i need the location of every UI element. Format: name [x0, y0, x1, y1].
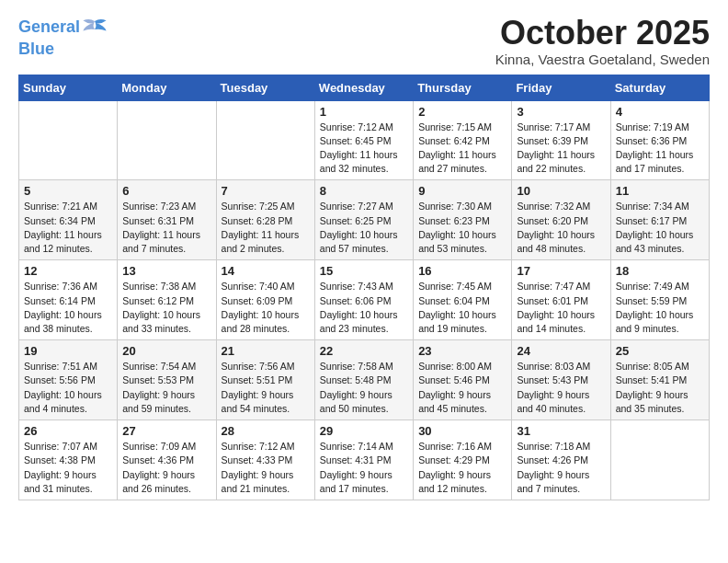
day-number: 26 [24, 424, 112, 438]
day-number: 15 [320, 264, 408, 278]
day-number: 13 [122, 264, 210, 278]
weekday-header-thursday: Thursday [414, 75, 512, 100]
calendar-cell: 7Sunrise: 7:25 AM Sunset: 6:28 PM Daylig… [216, 180, 314, 260]
calendar-cell: 31Sunrise: 7:18 AM Sunset: 4:26 PM Dayli… [512, 420, 610, 500]
day-detail: Sunrise: 7:32 AM Sunset: 6:20 PM Dayligh… [517, 200, 605, 256]
day-detail: Sunrise: 7:56 AM Sunset: 5:51 PM Dayligh… [222, 360, 310, 416]
day-number: 20 [122, 344, 210, 358]
day-number: 11 [616, 184, 704, 198]
calendar-table: SundayMondayTuesdayWednesdayThursdayFrid… [18, 75, 710, 500]
header: General Blue October 2025 Kinna, Vaestra… [18, 15, 710, 67]
day-number: 16 [418, 264, 506, 278]
calendar-cell: 9Sunrise: 7:30 AM Sunset: 6:23 PM Daylig… [414, 180, 512, 260]
calendar-cell: 25Sunrise: 8:05 AM Sunset: 5:41 PM Dayli… [610, 340, 709, 420]
day-number: 2 [418, 105, 506, 119]
day-number: 10 [517, 184, 605, 198]
calendar-header-row: SundayMondayTuesdayWednesdayThursdayFrid… [19, 75, 710, 100]
day-detail: Sunrise: 7:34 AM Sunset: 6:17 PM Dayligh… [616, 200, 704, 256]
day-detail: Sunrise: 7:47 AM Sunset: 6:01 PM Dayligh… [517, 280, 605, 336]
calendar-cell: 6Sunrise: 7:23 AM Sunset: 6:31 PM Daylig… [118, 180, 216, 260]
day-detail: Sunrise: 7:40 AM Sunset: 6:09 PM Dayligh… [222, 280, 310, 336]
day-number: 14 [222, 264, 310, 278]
day-detail: Sunrise: 7:49 AM Sunset: 5:59 PM Dayligh… [616, 280, 704, 336]
calendar-cell: 28Sunrise: 7:12 AM Sunset: 4:33 PM Dayli… [216, 420, 314, 500]
calendar-cell: 12Sunrise: 7:36 AM Sunset: 6:14 PM Dayli… [19, 260, 118, 340]
day-number: 3 [517, 105, 605, 119]
day-detail: Sunrise: 7:21 AM Sunset: 6:34 PM Dayligh… [24, 200, 112, 256]
calendar-week-row: 26Sunrise: 7:07 AM Sunset: 4:38 PM Dayli… [19, 420, 710, 500]
day-number: 7 [222, 184, 310, 198]
day-detail: Sunrise: 7:58 AM Sunset: 5:48 PM Dayligh… [320, 360, 408, 416]
calendar-cell: 11Sunrise: 7:34 AM Sunset: 6:17 PM Dayli… [610, 180, 709, 260]
day-number: 6 [122, 184, 210, 198]
weekday-header-wednesday: Wednesday [314, 75, 413, 100]
calendar-cell: 18Sunrise: 7:49 AM Sunset: 5:59 PM Dayli… [610, 260, 709, 340]
day-detail: Sunrise: 7:38 AM Sunset: 6:12 PM Dayligh… [122, 280, 210, 336]
day-detail: Sunrise: 7:07 AM Sunset: 4:38 PM Dayligh… [24, 440, 112, 496]
calendar-cell: 10Sunrise: 7:32 AM Sunset: 6:20 PM Dayli… [512, 180, 610, 260]
day-detail: Sunrise: 7:18 AM Sunset: 4:26 PM Dayligh… [517, 440, 605, 496]
day-number: 28 [222, 424, 310, 438]
day-detail: Sunrise: 7:17 AM Sunset: 6:39 PM Dayligh… [517, 121, 605, 177]
day-number: 29 [320, 424, 408, 438]
calendar-cell: 4Sunrise: 7:19 AM Sunset: 6:36 PM Daylig… [610, 100, 709, 180]
day-number: 22 [320, 344, 408, 358]
day-number: 4 [616, 105, 704, 119]
calendar-cell: 15Sunrise: 7:43 AM Sunset: 6:06 PM Dayli… [314, 260, 413, 340]
day-number: 19 [24, 344, 112, 358]
day-detail: Sunrise: 7:25 AM Sunset: 6:28 PM Dayligh… [222, 200, 310, 256]
calendar-cell: 1Sunrise: 7:12 AM Sunset: 6:45 PM Daylig… [314, 100, 413, 180]
day-number: 30 [418, 424, 506, 438]
day-detail: Sunrise: 7:14 AM Sunset: 4:31 PM Dayligh… [320, 440, 408, 496]
day-number: 31 [517, 424, 605, 438]
calendar-cell: 16Sunrise: 7:45 AM Sunset: 6:04 PM Dayli… [414, 260, 512, 340]
calendar-cell: 8Sunrise: 7:27 AM Sunset: 6:25 PM Daylig… [314, 180, 413, 260]
calendar-cell: 13Sunrise: 7:38 AM Sunset: 6:12 PM Dayli… [118, 260, 216, 340]
day-number: 18 [616, 264, 704, 278]
logo-blue-text: Blue [18, 40, 108, 59]
day-number: 9 [418, 184, 506, 198]
calendar-cell [610, 420, 709, 500]
calendar-week-row: 5Sunrise: 7:21 AM Sunset: 6:34 PM Daylig… [19, 180, 710, 260]
calendar-cell: 21Sunrise: 7:56 AM Sunset: 5:51 PM Dayli… [216, 340, 314, 420]
day-detail: Sunrise: 7:30 AM Sunset: 6:23 PM Dayligh… [418, 200, 506, 256]
calendar-week-row: 12Sunrise: 7:36 AM Sunset: 6:14 PM Dayli… [19, 260, 710, 340]
day-detail: Sunrise: 7:43 AM Sunset: 6:06 PM Dayligh… [320, 280, 408, 336]
calendar-week-row: 1Sunrise: 7:12 AM Sunset: 6:45 PM Daylig… [19, 100, 710, 180]
calendar-cell: 22Sunrise: 7:58 AM Sunset: 5:48 PM Dayli… [314, 340, 413, 420]
calendar-cell: 19Sunrise: 7:51 AM Sunset: 5:56 PM Dayli… [19, 340, 118, 420]
day-detail: Sunrise: 7:12 AM Sunset: 6:45 PM Dayligh… [320, 121, 408, 177]
logo: General Blue [18, 15, 108, 59]
calendar-cell: 30Sunrise: 7:16 AM Sunset: 4:29 PM Dayli… [414, 420, 512, 500]
calendar-cell [118, 100, 216, 180]
day-number: 23 [418, 344, 506, 358]
calendar-cell: 5Sunrise: 7:21 AM Sunset: 6:34 PM Daylig… [19, 180, 118, 260]
calendar-cell: 14Sunrise: 7:40 AM Sunset: 6:09 PM Dayli… [216, 260, 314, 340]
calendar-cell: 24Sunrise: 8:03 AM Sunset: 5:43 PM Dayli… [512, 340, 610, 420]
day-detail: Sunrise: 7:19 AM Sunset: 6:36 PM Dayligh… [616, 121, 704, 177]
day-detail: Sunrise: 7:09 AM Sunset: 4:36 PM Dayligh… [122, 440, 210, 496]
logo-bird-icon [82, 15, 108, 40]
day-number: 27 [122, 424, 210, 438]
title-area: October 2025 Kinna, Vaestra Goetaland, S… [495, 15, 710, 67]
day-detail: Sunrise: 7:12 AM Sunset: 4:33 PM Dayligh… [222, 440, 310, 496]
day-number: 17 [517, 264, 605, 278]
calendar-cell [19, 100, 118, 180]
day-number: 1 [320, 105, 408, 119]
weekday-header-friday: Friday [512, 75, 610, 100]
day-detail: Sunrise: 8:05 AM Sunset: 5:41 PM Dayligh… [616, 360, 704, 416]
day-detail: Sunrise: 7:36 AM Sunset: 6:14 PM Dayligh… [24, 280, 112, 336]
day-number: 5 [24, 184, 112, 198]
day-detail: Sunrise: 7:45 AM Sunset: 6:04 PM Dayligh… [418, 280, 506, 336]
calendar-cell: 26Sunrise: 7:07 AM Sunset: 4:38 PM Dayli… [19, 420, 118, 500]
day-detail: Sunrise: 7:15 AM Sunset: 6:42 PM Dayligh… [418, 121, 506, 177]
day-number: 21 [222, 344, 310, 358]
page: General Blue October 2025 Kinna, Vaestra… [0, 0, 728, 515]
calendar-cell [216, 100, 314, 180]
day-detail: Sunrise: 7:54 AM Sunset: 5:53 PM Dayligh… [122, 360, 210, 416]
day-detail: Sunrise: 8:03 AM Sunset: 5:43 PM Dayligh… [517, 360, 605, 416]
weekday-header-saturday: Saturday [610, 75, 709, 100]
day-detail: Sunrise: 7:27 AM Sunset: 6:25 PM Dayligh… [320, 200, 408, 256]
day-number: 25 [616, 344, 704, 358]
day-detail: Sunrise: 7:51 AM Sunset: 5:56 PM Dayligh… [24, 360, 112, 416]
